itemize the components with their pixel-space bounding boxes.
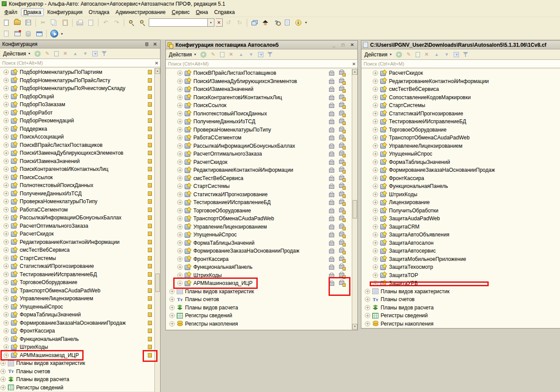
tree-item[interactable]: ФормаТаблицыЗначений <box>0 311 160 319</box>
tree-item[interactable]: ПодборНоменклатурыПоПрайсЛисту <box>0 76 160 85</box>
tree-category[interactable]: Регистры сведений <box>361 312 560 320</box>
expand-icon[interactable] <box>373 111 378 116</box>
expand-icon[interactable] <box>177 224 182 229</box>
close-button[interactable]: ✕ <box>349 42 356 47</box>
tree-item[interactable]: РедактированиеКонтактнойИнформации <box>361 77 560 86</box>
expand-icon[interactable] <box>0 369 6 374</box>
search-button[interactable] <box>137 18 147 28</box>
expand-icon[interactable] <box>373 119 378 124</box>
tree-category[interactable]: Планы видов характеристик <box>361 288 560 296</box>
tree-category[interactable]: Планы видов характеристик <box>0 359 160 368</box>
expand-icon[interactable] <box>4 264 9 269</box>
expand-icon[interactable] <box>169 289 175 294</box>
tree-item[interactable]: СопоставлениеКодовМаркировки <box>361 94 560 102</box>
tree-item[interactable]: РасчетСкидок <box>166 158 357 167</box>
tree-item[interactable]: РедактированиеКонтактнойИнформации <box>166 166 357 174</box>
tree-item[interactable]: РасчетОптимальногоЗаказа <box>0 222 160 230</box>
tree-item[interactable]: РасчетСкидок <box>361 69 560 77</box>
tree-item[interactable]: УправлениеЛицензированием <box>166 223 357 231</box>
tree-category[interactable]: Планы видов расчета <box>0 375 160 384</box>
tree-item[interactable]: ПолучениеДанныхИзТСД <box>166 118 357 126</box>
scrollbar-thumb[interactable] <box>353 200 357 219</box>
tree-item[interactable]: ФормаТаблицыЗначений <box>166 239 357 247</box>
expand-icon[interactable] <box>177 192 182 197</box>
tree-item[interactable]: ПодборПоЗаказам <box>0 101 160 109</box>
expand-icon[interactable] <box>373 160 378 165</box>
tree-item[interactable]: смсТестВебСервиса <box>0 246 160 254</box>
tree-item[interactable]: ФронтКассира <box>0 327 160 335</box>
tree-item[interactable]: ПолнотекстовыйПоискДанных <box>0 181 160 190</box>
tree-item[interactable]: ПодборНоменклатурыПоЯчеистомуСкладу <box>0 84 160 93</box>
expand-icon[interactable] <box>373 200 378 205</box>
tree-item[interactable]: ТорговоеОборудование <box>361 126 560 134</box>
expand-icon[interactable] <box>373 167 378 173</box>
clone-button[interactable] <box>54 51 59 56</box>
tree-category[interactable]: Регистры сведений <box>0 384 160 392</box>
delete-button[interactable]: ✕ <box>228 51 234 58</box>
tree-item[interactable]: ПоискИЗаменаЗначений <box>0 157 160 166</box>
expand-icon[interactable] <box>177 216 182 221</box>
expand-icon[interactable] <box>4 296 9 301</box>
expand-icon[interactable] <box>4 272 9 277</box>
tree-item[interactable]: ТестированиеИИсправлениеБД <box>166 198 357 207</box>
expand-icon[interactable] <box>177 184 182 189</box>
expand-icon[interactable] <box>4 353 9 358</box>
clone-button[interactable] <box>416 52 420 57</box>
tree-item[interactable]: ПодборОпций <box>0 93 160 101</box>
menu-item[interactable]: Справка <box>211 8 237 16</box>
tree-item[interactable]: Поддержка <box>0 125 160 133</box>
expand-icon[interactable] <box>373 176 378 181</box>
table-tool-button[interactable] <box>34 29 44 38</box>
replace-back-button[interactable]: ↺ <box>224 18 234 28</box>
expand-icon[interactable] <box>169 297 175 302</box>
minimize-button[interactable]: _ <box>330 42 337 47</box>
window-header[interactable]: C:\Users\IPGNV_User2\Downloads\Rarus\Aut… <box>361 41 560 49</box>
tree-category[interactable]: Регистры накопления <box>361 320 560 328</box>
tree-item[interactable]: ТранспортОбменаСAudaPadWeb <box>0 287 160 295</box>
window-header[interactable]: Конфигурация поставщика Автосалон5 _ □ ✕ <box>166 41 357 49</box>
expand-icon[interactable] <box>373 70 378 76</box>
menu-item[interactable]: Окна <box>193 8 211 16</box>
expand-icon[interactable] <box>177 119 182 124</box>
tree-category[interactable]: Регистры сведений <box>166 312 357 320</box>
search-input[interactable] <box>361 61 560 66</box>
expand-icon[interactable] <box>373 208 378 213</box>
tree-category[interactable]: Планы видов характеристик <box>166 288 357 296</box>
expand-icon[interactable] <box>365 313 370 318</box>
actions-menu-button[interactable]: Действия <box>364 52 388 58</box>
cut-button[interactable]: ✂ <box>38 18 48 28</box>
tree-item[interactable]: ПолучениеДанныхИзТСД <box>0 190 160 198</box>
menu-item[interactable]: Администрирование <box>113 8 168 16</box>
tree-item[interactable]: ПодборРекомендаций <box>0 117 160 125</box>
menu-item[interactable]: Сервис <box>169 8 192 16</box>
scroll-up-icon[interactable]: ▲ <box>155 68 160 74</box>
expand-icon[interactable] <box>177 264 182 270</box>
print-preview-button[interactable] <box>86 18 96 28</box>
move-up-button[interactable]: ▲ <box>434 51 440 58</box>
expand-icon[interactable] <box>177 151 182 156</box>
tree-item[interactable]: смсТестВебСервиса <box>166 174 357 183</box>
tree-category[interactable]: Регистры накопления <box>166 320 357 328</box>
expand-icon[interactable] <box>177 273 182 278</box>
expand-icon[interactable] <box>373 103 378 108</box>
move-last-button[interactable] <box>258 52 263 57</box>
scroll-down-icon[interactable]: ▼ <box>352 324 357 330</box>
tree-item[interactable]: СтартСистемы <box>0 254 160 263</box>
move-last-button[interactable] <box>454 52 459 57</box>
expand-icon[interactable] <box>373 184 378 189</box>
expand-icon[interactable] <box>177 160 182 165</box>
expand-icon[interactable] <box>4 344 9 350</box>
expand-icon[interactable] <box>169 305 175 310</box>
expand-icon[interactable] <box>177 127 182 132</box>
expand-icon[interactable] <box>177 79 182 84</box>
expand-icon[interactable] <box>4 312 9 317</box>
expand-icon[interactable] <box>373 281 378 286</box>
expand-icon[interactable] <box>177 111 182 116</box>
tree-item[interactable]: ЗащитаАвтоОбъявления <box>361 231 560 239</box>
tree-item[interactable]: ФункциональнаяПанель <box>361 182 560 191</box>
expand-icon[interactable] <box>373 232 378 237</box>
expand-icon[interactable] <box>0 361 6 366</box>
expand-icon[interactable] <box>373 79 378 84</box>
expand-icon[interactable] <box>4 288 9 293</box>
tree-item[interactable]: ТранспортОбменаСAudaPadWeb <box>166 215 357 223</box>
